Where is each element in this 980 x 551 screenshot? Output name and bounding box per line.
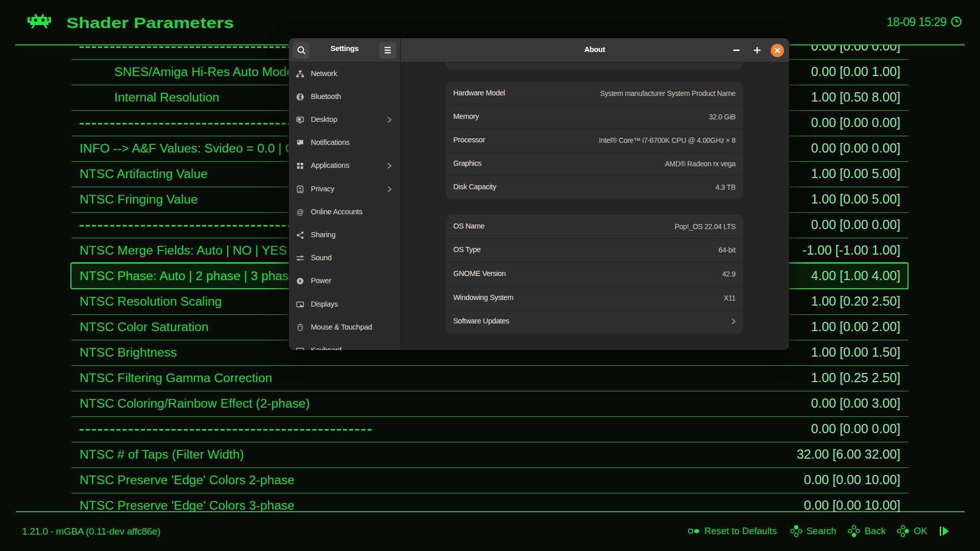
svg-text:@: @ <box>297 208 304 216</box>
